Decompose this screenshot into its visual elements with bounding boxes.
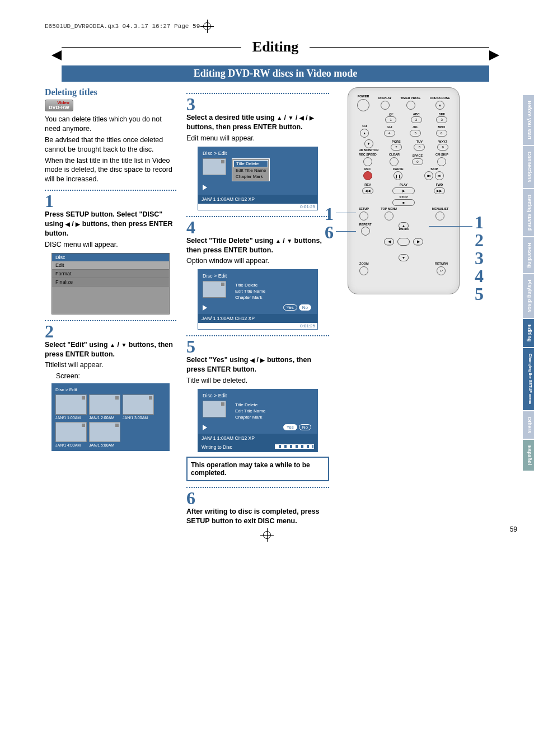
step-1-after: DISC menu will appear.	[45, 240, 176, 250]
key-label: ZOOM	[359, 262, 369, 266]
skip-back-button[interactable]: ⏮	[424, 171, 433, 180]
divider	[45, 320, 176, 321]
osd-menu-item: Chapter Mark	[233, 414, 268, 420]
tab-playing-discs[interactable]: Playing discs	[523, 274, 534, 319]
dpad: ▲ ▼ ◀ ▶	[384, 222, 423, 261]
osd-breadcrumb: Disc > Edit	[203, 151, 313, 156]
zoom-button[interactable]	[359, 266, 368, 275]
titlelist-item: JAN/1 2:00AM	[89, 395, 120, 420]
cmskip-button[interactable]	[437, 157, 446, 166]
key-label: MENU/LIST	[432, 208, 449, 211]
callouts-right: 1 2 3 4 5	[475, 213, 484, 303]
left-triangle-icon: ◀	[250, 357, 255, 363]
ch-down-button[interactable]: ▼	[364, 139, 373, 148]
titlelist-item: JAN/1 4:00AM	[55, 422, 87, 447]
dpad-down-button[interactable]: ▼	[399, 254, 409, 261]
play-icon	[203, 305, 207, 311]
timerprog-button[interactable]	[406, 101, 415, 110]
num-9-button[interactable]: 9	[437, 144, 448, 151]
osd-menu-item: Title Delete	[233, 402, 268, 408]
arrow-left-icon	[51, 50, 62, 60]
dpad-left-button[interactable]: ◀	[384, 238, 394, 245]
left-triangle-icon: ◀	[299, 115, 304, 121]
step-4-number: 4	[186, 218, 329, 236]
divider	[186, 216, 329, 217]
osd-menu-item: Edit Title Name	[233, 167, 268, 173]
play-button[interactable]: ▶	[392, 187, 415, 194]
up-triangle-icon: ▲	[277, 115, 282, 121]
down-triangle-icon: ▼	[121, 342, 127, 348]
openclose-button[interactable]: ▲	[435, 101, 444, 110]
dpad-right-button[interactable]: ▶	[413, 238, 423, 245]
skip-fwd-button[interactable]: ⏭	[435, 171, 444, 180]
num-8-button[interactable]: 8	[414, 144, 425, 151]
yes-button: Yes	[283, 424, 297, 430]
disc-menu-osd: Disc Edit Format Finalize	[51, 253, 170, 314]
num-6-button[interactable]: 6	[436, 130, 447, 137]
step-3-number: 3	[186, 95, 329, 113]
recspeed-button[interactable]	[363, 157, 372, 166]
num-5-button[interactable]: 5	[410, 130, 421, 137]
no-button: No	[299, 304, 311, 311]
pause-button[interactable]: ❙❙	[394, 171, 402, 180]
num-2-button[interactable]: 2	[411, 116, 422, 123]
play-icon	[203, 185, 207, 190]
title-thumb	[203, 158, 226, 175]
tab-before-you-start[interactable]: Before you start	[523, 95, 534, 146]
key-label: .@/:	[388, 113, 394, 116]
disc-menu-item: Format	[52, 270, 169, 278]
callout-line	[336, 231, 356, 232]
repeat-button[interactable]	[361, 227, 370, 236]
remote-control: POWER DISPLAY TIMER PROG. OPEN/CLOSE▲ .@…	[348, 87, 460, 294]
tab-recording[interactable]: Recording	[523, 237, 534, 275]
yes-button: Yes	[283, 304, 297, 311]
callout-1: 1	[325, 205, 334, 223]
osd-status: JAN/ 1 1:00AM CH12 XP	[198, 434, 317, 443]
stop-button[interactable]: ■	[392, 199, 415, 206]
timerprog-label: TIMER PROG.	[400, 97, 420, 100]
step-4-after: Option window will appear.	[186, 256, 329, 266]
tab-others[interactable]: Others	[523, 411, 534, 440]
key-label: DEF	[439, 113, 445, 116]
key-label: CLEAR	[389, 153, 400, 157]
osd-menu-item: Title Delete	[233, 160, 268, 167]
clear-button[interactable]	[390, 157, 399, 166]
step-5-number: 5	[186, 337, 329, 355]
key-label: REPEAT	[359, 223, 372, 227]
side-tabs: Before you start Connections Getting sta…	[523, 95, 534, 472]
topmenu-button[interactable]	[385, 212, 394, 220]
key-label: SKIP	[430, 168, 438, 171]
setup-button[interactable]	[359, 212, 368, 220]
num-3-button[interactable]: 3	[436, 116, 447, 123]
page-number: 59	[510, 525, 517, 533]
return-button[interactable]: ↩	[437, 266, 446, 275]
num-7-button[interactable]: 7	[391, 144, 402, 151]
num-0-button[interactable]: 0	[412, 158, 423, 165]
key-label: FWD	[436, 184, 443, 187]
up-triangle-icon: ▲	[110, 342, 115, 348]
display-button[interactable]	[381, 101, 390, 110]
ch-up-button[interactable]: ▲	[360, 129, 369, 138]
menulist-button[interactable]	[435, 212, 444, 220]
callout-r3: 3	[475, 249, 484, 267]
rec-button[interactable]	[363, 171, 372, 180]
dpad-up-button[interactable]: ▲	[399, 222, 409, 229]
rev-button[interactable]: ◀◀	[362, 187, 373, 194]
divider	[186, 335, 329, 336]
key-label: GHI	[387, 126, 392, 129]
tab-changing-setup[interactable]: Changing the SETUP menu	[523, 348, 534, 411]
tab-editing[interactable]: Editing	[523, 319, 534, 349]
key-label: HD MONITOR	[359, 149, 378, 152]
tab-connections[interactable]: Connections	[523, 146, 534, 189]
num-4-button[interactable]: 4	[384, 130, 395, 137]
num-1-button[interactable]: 1	[385, 116, 396, 123]
osd-menu-item: Title Delete	[233, 282, 268, 288]
enter-button[interactable]	[397, 238, 410, 246]
key-label: SETUP	[359, 208, 369, 211]
power-button[interactable]	[357, 99, 369, 111]
osd-submenu: Title Delete Edit Title Name Chapter Mar…	[232, 158, 270, 181]
fwd-button[interactable]: ▶▶	[434, 187, 445, 194]
tab-getting-started[interactable]: Getting started	[523, 189, 534, 237]
page-title: Editing	[241, 39, 310, 55]
tab-espanol[interactable]: Español	[523, 440, 534, 472]
